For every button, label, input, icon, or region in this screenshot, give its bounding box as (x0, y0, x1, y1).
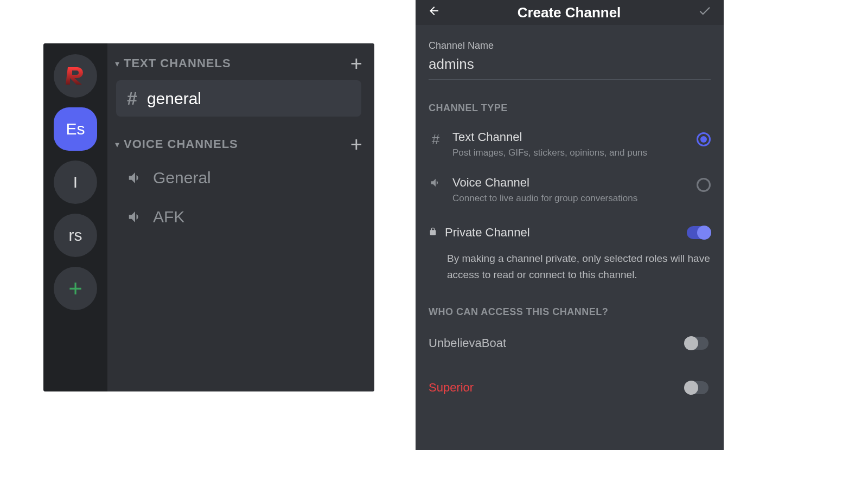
speaker-icon (127, 209, 143, 225)
arrow-left-icon (427, 4, 441, 17)
server-rail: Es I rs + (43, 43, 107, 391)
channel-general-voice[interactable]: General (116, 161, 361, 195)
toggle-knob (684, 381, 698, 395)
access-section-label: WHO CAN ACCESS THIS CHANNEL? (429, 306, 711, 318)
channel-column: ▾ TEXT CHANNELS + # general ▾ VOICE CHAN… (107, 43, 374, 391)
voice-channels-header[interactable]: ▾ VOICE CHANNELS + (113, 132, 365, 161)
server-icon-es[interactable]: Es (54, 107, 97, 151)
radio-selected[interactable] (697, 132, 711, 146)
role-row-unbelievaboat: UnbelievaBoat (429, 325, 711, 350)
hash-icon: # (429, 130, 443, 148)
text-channels-label: TEXT CHANNELS (124, 56, 350, 70)
private-channel-label: Private Channel (445, 226, 679, 240)
add-server-button[interactable]: + (54, 267, 97, 310)
channel-general-text[interactable]: # general (116, 80, 361, 117)
hash-icon: # (127, 88, 137, 109)
channel-type-text-option[interactable]: # Text Channel Post images, GIFs, sticke… (429, 121, 711, 167)
channel-name-label: Channel Name (429, 40, 711, 52)
role-name: UnbelievaBoat (429, 336, 685, 350)
type-title: Voice Channel (452, 176, 687, 190)
channel-type-voice-option[interactable]: Voice Channel Connect to live audio for … (429, 167, 711, 213)
chevron-down-icon: ▾ (115, 59, 119, 69)
toggle-knob (697, 226, 711, 240)
speaker-icon (127, 170, 143, 186)
role-toggle[interactable] (685, 381, 709, 394)
role-name: Superior (429, 381, 685, 395)
channel-label: General (153, 169, 211, 187)
voice-channels-label: VOICE CHANNELS (124, 137, 350, 151)
private-channel-toggle[interactable] (687, 226, 711, 239)
server-icon-r[interactable] (54, 54, 97, 98)
confirm-button[interactable] (698, 4, 712, 22)
modal-header: Create Channel (416, 0, 724, 25)
channel-type-section-label: CHANNEL TYPE (429, 102, 711, 114)
role-toggle[interactable] (685, 337, 709, 350)
private-channel-row: Private Channel (429, 226, 711, 240)
back-button[interactable] (427, 4, 441, 21)
radio-unselected[interactable] (697, 178, 711, 192)
role-row-superior: Superior (429, 370, 711, 395)
private-channel-description: By making a channel private, only select… (429, 251, 711, 284)
server-icon-rs[interactable]: rs (54, 214, 97, 257)
add-voice-channel-button[interactable]: + (350, 139, 362, 150)
type-subtitle: Post images, GIFs, stickers, opinions, a… (452, 147, 687, 158)
channel-name-input[interactable]: admins (429, 52, 711, 80)
server-icon-i[interactable]: I (54, 160, 97, 204)
type-title: Text Channel (452, 130, 687, 144)
r-logo-icon (65, 65, 86, 87)
channel-afk-voice[interactable]: AFK (116, 200, 361, 234)
chevron-down-icon: ▾ (115, 139, 119, 150)
modal-title: Create Channel (441, 4, 698, 21)
speaker-icon (429, 176, 443, 189)
discord-channel-list-panel: Es I rs + ▾ TEXT CHANNELS + # general ▾ … (43, 43, 374, 391)
create-channel-modal: Create Channel Channel Name admins CHANN… (416, 0, 724, 450)
text-channels-header[interactable]: ▾ TEXT CHANNELS + (113, 51, 365, 80)
check-icon (698, 4, 712, 18)
lock-icon (429, 227, 437, 239)
modal-body: Channel Name admins CHANNEL TYPE # Text … (416, 25, 724, 395)
channel-label: AFK (153, 208, 184, 226)
type-subtitle: Connect to live audio for group conversa… (452, 193, 687, 204)
channel-label: general (147, 89, 201, 108)
add-text-channel-button[interactable]: + (350, 58, 362, 69)
toggle-knob (684, 336, 698, 350)
